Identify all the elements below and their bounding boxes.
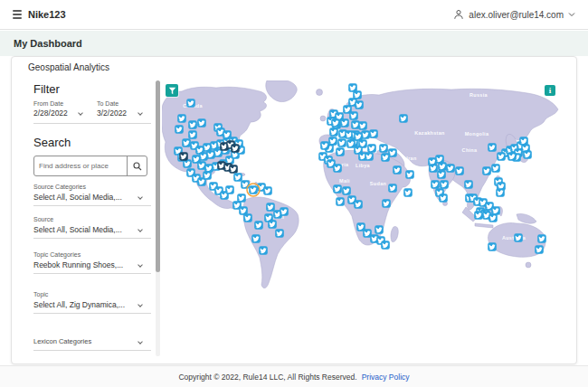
lexicon-categories-select[interactable]: Lexicon Categories <box>33 337 91 345</box>
map-marker[interactable] <box>437 170 446 179</box>
map-marker[interactable] <box>329 127 338 137</box>
source-select[interactable]: Select All, Social Media,... <box>33 225 122 234</box>
from-date-select[interactable]: 2/28/2022 <box>33 109 68 118</box>
map-marker[interactable] <box>439 194 448 203</box>
map-marker[interactable] <box>429 164 438 173</box>
to-date-select[interactable]: 3/2/2022 <box>97 109 127 118</box>
map-marker[interactable] <box>346 139 356 148</box>
map-marker[interactable] <box>403 188 413 197</box>
map-marker[interactable] <box>535 245 544 254</box>
map-marker[interactable] <box>336 197 345 206</box>
map-marker[interactable] <box>367 144 376 153</box>
map-marker[interactable] <box>229 165 238 174</box>
privacy-policy-link[interactable]: Privacy Policy <box>362 373 410 382</box>
menu-icon[interactable] <box>13 10 22 19</box>
map-marker[interactable] <box>188 120 197 129</box>
map-marker[interactable] <box>186 99 195 108</box>
map-marker[interactable] <box>491 164 500 173</box>
map-marker[interactable] <box>331 118 340 127</box>
map-marker[interactable] <box>233 173 242 182</box>
source-chevron-icon[interactable] <box>138 227 143 232</box>
search-input[interactable] <box>34 156 127 175</box>
map-marker[interactable] <box>523 150 532 159</box>
to-date-chevron-icon[interactable] <box>138 110 143 116</box>
map-marker[interactable] <box>438 162 447 171</box>
map-marker[interactable] <box>275 229 284 238</box>
map-marker[interactable] <box>320 141 329 150</box>
map-marker[interactable] <box>381 241 390 250</box>
map-marker[interactable] <box>342 186 351 195</box>
map-marker[interactable] <box>455 166 464 175</box>
map-marker[interactable] <box>333 164 342 173</box>
map-marker[interactable] <box>336 147 345 156</box>
map-marker[interactable] <box>268 220 277 229</box>
panel-scrollbar-thumb[interactable] <box>156 80 160 272</box>
map-marker[interactable] <box>431 180 440 189</box>
map-marker[interactable] <box>381 153 390 162</box>
source-categories-select[interactable]: Select All, Social Media,... <box>33 193 122 202</box>
map-marker[interactable] <box>225 185 234 194</box>
map-marker[interactable] <box>197 118 206 127</box>
map-marker[interactable] <box>464 180 473 189</box>
map-marker[interactable] <box>375 225 384 234</box>
map-marker[interactable] <box>496 188 505 197</box>
map-marker[interactable] <box>440 180 449 189</box>
topic-chevron-icon[interactable] <box>138 302 143 307</box>
map-marker[interactable] <box>488 213 498 222</box>
map-filter-button[interactable] <box>166 84 178 97</box>
source-categories-chevron-icon[interactable] <box>138 194 143 200</box>
map-marker[interactable] <box>340 118 349 127</box>
topic-select[interactable]: Select All, Zig Dynamica,... <box>33 300 125 309</box>
world-map[interactable]: CanadaRussiaKazakhstanMongoliaChinaIranA… <box>162 80 563 361</box>
map-marker[interactable] <box>333 184 342 194</box>
map-marker[interactable] <box>349 111 358 120</box>
user-menu[interactable]: alex.oliver@rule14.com <box>453 9 575 20</box>
map-marker[interactable] <box>474 211 483 220</box>
map-marker[interactable] <box>179 152 188 161</box>
map-marker[interactable] <box>514 233 523 242</box>
map-marker[interactable] <box>488 242 497 251</box>
map-marker[interactable] <box>365 152 374 161</box>
map-marker[interactable] <box>241 180 250 189</box>
map-marker[interactable] <box>358 121 367 130</box>
map-marker[interactable] <box>249 185 258 194</box>
map-marker[interactable] <box>259 246 268 255</box>
map-marker[interactable] <box>355 100 364 109</box>
map-marker[interactable] <box>188 130 197 139</box>
map-marker[interactable] <box>393 165 402 175</box>
map-marker[interactable] <box>537 234 546 243</box>
map-marker[interactable] <box>231 144 240 153</box>
map-marker[interactable] <box>369 129 378 138</box>
card-title: Geospatial Analytics <box>28 62 109 72</box>
map-marker[interactable] <box>203 171 212 180</box>
map-marker[interactable] <box>266 203 275 212</box>
map-marker[interactable] <box>382 199 391 208</box>
map-marker[interactable] <box>182 138 191 147</box>
map-marker[interactable] <box>482 166 491 175</box>
from-date-chevron-icon[interactable] <box>78 110 83 116</box>
map-info-button[interactable]: i <box>545 85 555 96</box>
map-marker[interactable] <box>379 144 388 153</box>
topic-categories-select[interactable]: Reebok Running Shoes,... <box>33 260 123 269</box>
map-marker[interactable] <box>446 164 455 173</box>
lexicon-categories-chevron-icon[interactable] <box>138 339 143 345</box>
map-marker[interactable] <box>175 125 184 134</box>
map-marker[interactable] <box>388 184 397 193</box>
map-marker[interactable] <box>497 152 506 161</box>
map-marker[interactable] <box>337 138 346 147</box>
map-marker[interactable] <box>354 200 363 209</box>
map-marker[interactable] <box>243 213 252 222</box>
map-marker[interactable] <box>177 114 186 123</box>
search-button[interactable] <box>127 156 147 175</box>
map-marker[interactable] <box>507 152 517 161</box>
map-marker[interactable] <box>399 114 408 123</box>
map-marker[interactable] <box>280 207 289 216</box>
map-marker[interactable] <box>488 143 497 152</box>
map-marker[interactable] <box>263 186 272 195</box>
map-marker[interactable] <box>251 234 261 243</box>
map-marker[interactable] <box>354 132 363 141</box>
panel-scrollbar[interactable] <box>156 80 160 356</box>
topic-categories-chevron-icon[interactable] <box>138 262 143 268</box>
map-marker[interactable] <box>254 221 263 230</box>
map-marker[interactable] <box>405 170 414 179</box>
